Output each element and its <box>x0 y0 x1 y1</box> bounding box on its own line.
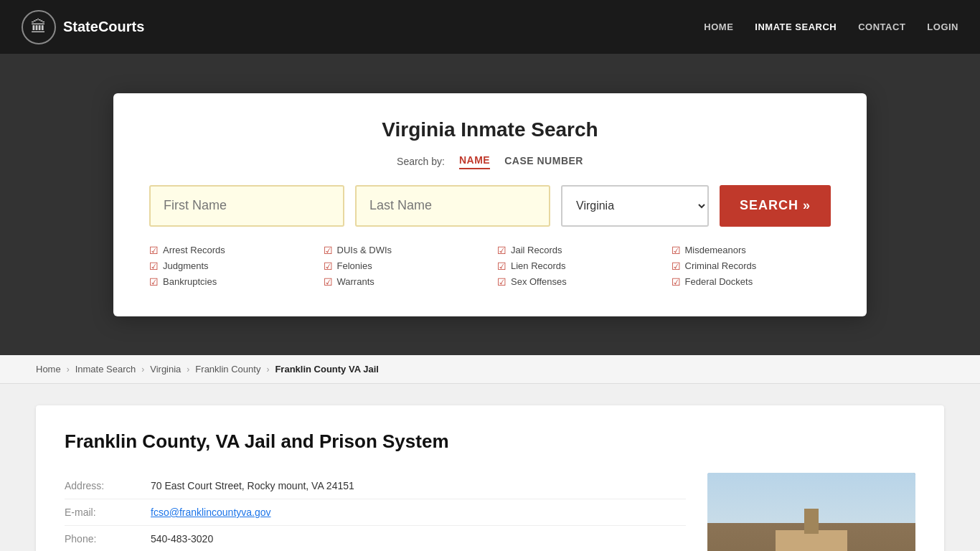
check-icon: ☑ <box>324 276 333 288</box>
breadcrumb-current: Franklin County VA Jail <box>275 364 378 375</box>
hero-section: COURTHOUSE Virginia Inmate Search Search… <box>0 54 980 355</box>
tab-case-number[interactable]: CASE NUMBER <box>504 155 583 169</box>
breadcrumb-link[interactable]: Home <box>36 364 61 375</box>
breadcrumb-separator: › <box>266 364 269 375</box>
checkmark-item: ☑Criminal Records <box>672 260 831 272</box>
checkmarks-grid: ☑Arrest Records☑DUIs & DWIs☑Jail Records… <box>149 245 831 288</box>
checkmark-label: Bankruptcies <box>163 276 217 287</box>
check-icon: ☑ <box>324 260 333 272</box>
checkmark-label: Federal Dockets <box>685 276 753 287</box>
breadcrumb-separator: › <box>141 364 144 375</box>
checkmark-label: Misdemeanors <box>685 245 746 255</box>
search-by-label: Search by: <box>397 156 445 167</box>
search-fields: Virginia SEARCH » <box>149 185 831 227</box>
search-modal: Virginia Inmate Search Search by: NAME C… <box>113 93 867 316</box>
nav-home[interactable]: HOME <box>704 22 733 32</box>
breadcrumb-link[interactable]: Franklin County <box>195 364 260 375</box>
check-icon: ☑ <box>497 260 507 272</box>
checkmark-item: ☑Arrest Records <box>149 245 309 256</box>
site-header: 🏛 StateCourts HOME INMATE SEARCH CONTACT… <box>0 0 980 54</box>
logo-text: StateCourts <box>63 19 144 35</box>
checkmark-label: Criminal Records <box>685 260 757 271</box>
nav-inmate-search[interactable]: INMATE SEARCH <box>755 22 837 32</box>
checkmark-item: ☑Federal Dockets <box>672 276 831 288</box>
checkmark-label: Felonies <box>337 260 372 271</box>
info-grid: Address: 70 East Court Street, Rocky mou… <box>65 473 915 551</box>
phone-row: Phone: 540-483-3020 <box>65 526 686 551</box>
checkmark-item: ☑Warrants <box>324 276 484 288</box>
tab-name[interactable]: NAME <box>459 154 490 169</box>
logo-area[interactable]: 🏛 StateCourts <box>22 10 144 44</box>
email-label: E-mail: <box>65 507 136 518</box>
check-icon: ☑ <box>149 245 159 256</box>
facility-title: Franklin County, VA Jail and Prison Syst… <box>65 430 915 453</box>
checkmark-item: ☑Lien Records <box>497 260 657 272</box>
facility-image <box>707 473 915 551</box>
breadcrumb-link[interactable]: Inmate Search <box>75 364 136 375</box>
checkmark-item: ☑Sex Offenses <box>497 276 657 288</box>
first-name-input[interactable] <box>149 185 344 227</box>
state-select[interactable]: Virginia <box>561 185 709 227</box>
search-button[interactable]: SEARCH » <box>720 185 831 227</box>
content-card: Franklin County, VA Jail and Prison Syst… <box>36 405 944 551</box>
check-icon: ☑ <box>672 276 681 288</box>
checkmark-item: ☑DUIs & DWIs <box>324 245 484 256</box>
checkmark-item: ☑Felonies <box>324 260 484 272</box>
email-row: E-mail: fcso@franklincountyva.gov <box>65 499 686 526</box>
check-icon: ☑ <box>672 245 681 256</box>
breadcrumb-separator: › <box>187 364 189 375</box>
breadcrumb: Home›Inmate Search›Virginia›Franklin Cou… <box>0 355 980 384</box>
checkmark-label: DUIs & DWIs <box>337 245 392 255</box>
logo-icon: 🏛 <box>22 10 56 44</box>
checkmark-label: Sex Offenses <box>511 276 567 287</box>
checkmark-label: Warrants <box>337 276 374 287</box>
phone-label: Phone: <box>65 533 136 545</box>
checkmark-label: Arrest Records <box>163 245 225 255</box>
checkmark-item: ☑Jail Records <box>497 245 657 256</box>
check-icon: ☑ <box>149 260 159 272</box>
checkmark-item: ☑Bankruptcies <box>149 276 309 288</box>
search-by-row: Search by: NAME CASE NUMBER <box>149 154 831 169</box>
checkmark-label: Judgments <box>163 260 209 271</box>
check-icon: ☑ <box>497 276 507 288</box>
breadcrumb-separator: › <box>67 364 70 375</box>
checkmark-label: Jail Records <box>511 245 562 255</box>
checkmark-label: Lien Records <box>511 260 566 271</box>
checkmark-item: ☑Misdemeanors <box>672 245 831 256</box>
nav-contact[interactable]: CONTACT <box>858 22 905 32</box>
main-nav: HOME INMATE SEARCH CONTACT LOGIN <box>704 22 958 32</box>
check-icon: ☑ <box>149 276 159 288</box>
phone-value: 540-483-3020 <box>151 533 213 545</box>
checkmark-item: ☑Judgments <box>149 260 309 272</box>
main-content: Franklin County, VA Jail and Prison Syst… <box>0 384 980 551</box>
check-icon: ☑ <box>672 260 681 272</box>
check-icon: ☑ <box>497 245 507 256</box>
address-value: 70 East Court Street, Rocky mount, VA 24… <box>151 480 354 491</box>
nav-login[interactable]: LOGIN <box>927 22 958 32</box>
info-table: Address: 70 East Court Street, Rocky mou… <box>65 473 686 551</box>
address-label: Address: <box>65 480 136 491</box>
check-icon: ☑ <box>324 245 333 256</box>
breadcrumb-link[interactable]: Virginia <box>150 364 181 375</box>
address-row: Address: 70 East Court Street, Rocky mou… <box>65 473 686 499</box>
search-modal-title: Virginia Inmate Search <box>149 118 831 141</box>
last-name-input[interactable] <box>355 185 550 227</box>
email-link[interactable]: fcso@franklincountyva.gov <box>151 507 271 518</box>
